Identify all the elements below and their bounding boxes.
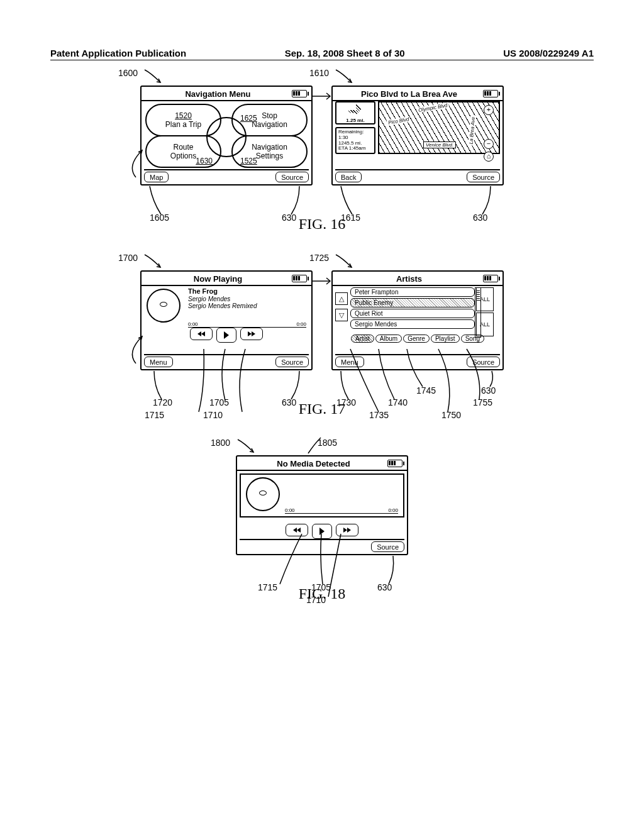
title: Artists [335,274,483,284]
ref-1630: 1630 [196,157,213,165]
play-button[interactable] [216,328,236,343]
callout-1715b: 1715 [258,582,277,592]
zoom-in-button[interactable]: + [484,105,494,115]
title: Now Playing [144,274,292,284]
all-button-top[interactable]: ALL [476,287,494,311]
callout-1605: 1605 [150,213,169,223]
titlebar: Navigation Menu [142,87,311,101]
album-art-disc [147,289,180,323]
nav-label: Navigation [252,143,287,152]
fig16-left-panel: 1600 Navigation Menu 1520 Plan a Trip 16… [140,86,313,185]
turn-distance: 1.25 mi. [346,118,364,123]
album-art-disc [246,477,280,511]
turn-preview: 1.25 mi. [335,101,375,124]
track-info: The Frog Sergio Mendes Sergio Mendes Rem… [188,287,257,310]
callout-1800: 1800 [211,438,230,448]
callout-1725: 1725 [309,253,329,263]
list-item[interactable]: Public Enemy [350,298,475,307]
progress-bar[interactable]: 0:00 0:00 [285,507,398,514]
callout-1600: 1600 [118,68,138,78]
battery-icon [292,90,307,97]
home-button[interactable]: ⌂ [484,152,494,162]
rewind-button[interactable] [190,328,213,340]
battery-icon [387,460,402,467]
tab-artist[interactable]: Artist [351,335,374,343]
tab-playlist[interactable]: Playlist [431,335,460,343]
source-softkey[interactable]: Source [275,357,309,367]
tab-genre[interactable]: Genre [403,335,430,343]
callout-1700: 1700 [118,253,138,263]
zoom-out-button[interactable]: − [484,139,494,149]
map-softkey[interactable]: Map [144,172,169,182]
callout-1710: 1710 [203,410,223,420]
fig17-left-panel: 1700 Now Playing The Frog Sergio Mendes … [140,270,313,370]
header-mid: Sep. 18, 2008 Sheet 8 of 30 [285,48,405,58]
source-softkey[interactable]: Source [275,172,309,182]
route-label: Route [173,143,193,152]
turn-arrow-icon [348,102,362,116]
list-item[interactable]: Peter Frampton [350,287,475,297]
titlebar: Now Playing [142,272,311,286]
scroll-up-button[interactable]: △ [335,292,348,305]
fig18-panel: 1800 1805 No Media Detected 0:00 0:00 [236,455,408,555]
fig16-label: FIG. 16 [38,216,606,233]
battery-icon [483,90,498,97]
back-softkey[interactable]: Back [335,172,362,182]
callout-630-a: 630 [282,213,296,223]
ref-1525: 1525 [240,157,257,165]
time-elapsed: 0:00 [285,507,295,513]
titlebar: Artists [333,272,502,286]
road-olympic: Olympic Blvd [417,102,449,114]
album-name: Sergio Mendes Remixed [188,302,257,310]
map-view[interactable]: Olympic Blvd Pico Blvd Venice Blvd. La B… [378,101,500,154]
page-header: Patent Application Publication Sep. 18, … [50,44,594,60]
source-softkey[interactable]: Source [371,541,404,552]
titlebar: Pico Blvd to La Brea Ave [333,87,502,101]
fig17-right-panel: 1725 Artists △ ▽ Peter Frampton Public E… [331,270,504,370]
settings-label: Settings [256,152,283,160]
ref-1520: 1520 [175,111,192,120]
battery-icon [483,275,498,282]
source-softkey[interactable]: Source [467,172,500,182]
tab-song[interactable]: Song [461,335,484,343]
title: Pico Blvd to La Brea Ave [335,89,483,99]
callout-1715: 1715 [145,410,164,420]
artist-name: Sergio Mendes [188,296,257,303]
forward-button[interactable] [240,328,263,340]
center-dial[interactable] [206,117,247,157]
titlebar: No Media Detected [237,456,407,471]
stop-label: Stop [262,111,277,120]
scroll-down-button[interactable]: ▽ [335,309,348,321]
progress-bar[interactable]: 0:00 0:00 [188,321,306,328]
plan-trip-label: Plan a Trip [165,120,201,129]
title: No Media Detected [240,459,387,468]
ref-1625: 1625 [240,114,257,123]
battery-icon [292,275,307,282]
time-elapsed: 0:00 [188,321,198,327]
fig16-right-panel: 1610 Pico Blvd to La Brea Ave 1.25 mi. R… [331,86,504,185]
stat-eta: ETA 1:45am [338,146,372,152]
trip-stats: Remaining: 1:30 1245.5 mi. ETA 1:45am [335,127,375,154]
fig17-label: FIG. 17 [38,401,606,418]
nav-map-device: Pico Blvd to La Brea Ave 1.25 mi. Remain… [331,86,504,185]
list-item[interactable]: Sergio Mendes [350,319,475,329]
road-labrea: La Brea Ave [469,115,477,145]
all-button-bottom[interactable]: ALL [476,313,494,336]
menu-softkey[interactable]: Menu [144,357,173,367]
header-right: US 2008/0229249 A1 [503,48,594,58]
callout-1615: 1615 [341,213,360,223]
nav-menu-device: Navigation Menu 1520 Plan a Trip 1625 St… [140,86,313,185]
header-left: Patent Application Publication [50,48,186,58]
time-remaining: 0:00 [388,507,398,513]
callout-1610: 1610 [309,68,329,78]
list-item[interactable]: Quiet Riot [350,309,475,318]
callout-630-b: 630 [473,213,487,223]
tab-album[interactable]: Album [375,335,402,343]
options-label: Options [170,152,196,160]
title: Navigation Menu [144,89,292,99]
road-venice: Venice Blvd. [423,141,456,148]
callout-1710b: 1710 [306,595,326,605]
road-pico: Pico Blvd [387,116,411,126]
song-title: The Frog [188,287,257,296]
time-remaining: 0:00 [296,321,306,327]
